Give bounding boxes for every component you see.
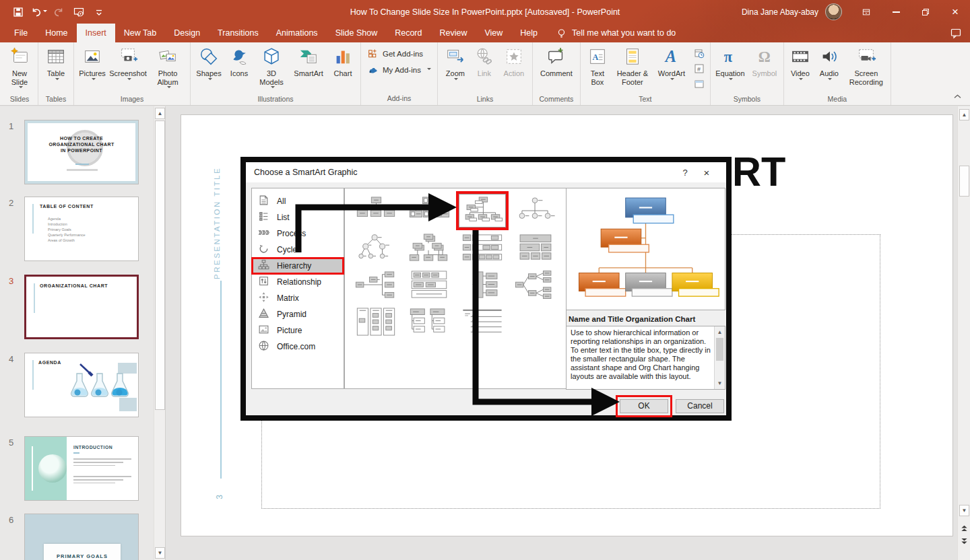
next-slide-button[interactable] <box>959 536 969 547</box>
layout-organization-chart[interactable] <box>352 194 399 228</box>
wordart-button[interactable]: AWordArt <box>653 43 690 94</box>
layout-horizontal-multi-level-hierarchy[interactable] <box>512 268 559 302</box>
layout-paired-hierarchy[interactable] <box>406 305 453 339</box>
category-list[interactable]: List <box>252 209 344 225</box>
scrollbar-thumb[interactable] <box>716 338 723 361</box>
category-hierarchy[interactable]: Hierarchy <box>252 258 344 274</box>
slide-thumbnail-1[interactable]: HOW TO CREATEORGANIZATIONAL CHARTIN POWE… <box>24 120 139 184</box>
tab-home[interactable]: Home <box>36 24 76 42</box>
date-time-button[interactable] <box>692 46 707 60</box>
zoom-button[interactable]: Zoom <box>440 43 471 94</box>
redo-button[interactable] <box>50 4 67 20</box>
category-process[interactable]: Process <box>252 225 344 242</box>
new-slide-button[interactable]: New Slide <box>3 43 36 94</box>
customize-qat-button[interactable] <box>90 4 108 20</box>
layout-circle-picture-hierarchy[interactable] <box>352 231 399 265</box>
category-cycle[interactable]: Cycle <box>252 242 344 258</box>
slide-thumbnail-6[interactable]: PRIMARY GOALS <box>24 514 139 560</box>
undo-button[interactable] <box>30 4 47 20</box>
tab-view[interactable]: View <box>476 24 511 42</box>
equation-button[interactable]: πEquation <box>713 43 748 94</box>
layout-banded-hierarchy[interactable] <box>406 268 453 302</box>
layout-column-hierarchy[interactable] <box>352 305 399 339</box>
save-button[interactable] <box>9 4 27 20</box>
feedback-button[interactable] <box>950 24 962 42</box>
user-avatar[interactable] <box>825 3 842 20</box>
layout-picture-organization-chart[interactable] <box>406 194 453 228</box>
collapse-ribbon-button[interactable] <box>951 92 963 101</box>
slide-thumbnail-4[interactable]: AGENDA <box>24 353 139 417</box>
close-button[interactable]: × <box>940 0 970 24</box>
slide-number-button[interactable]: # <box>692 62 707 75</box>
minimize-button[interactable] <box>881 0 911 24</box>
thumbnail-panel-scrollbar[interactable]: ▲ ▼ <box>154 106 165 560</box>
slide-thumbnail-5[interactable]: INTRODUCTION <box>24 436 139 501</box>
tab-animations[interactable]: Animations <box>267 24 327 42</box>
category-relationship[interactable]: Relationship <box>252 274 344 290</box>
screenshot-button[interactable]: Screenshot <box>108 43 148 94</box>
smartart-button[interactable]: SmartArt <box>290 43 327 94</box>
scroll-up-button[interactable]: ▲ <box>155 108 165 119</box>
tab-review[interactable]: Review <box>430 24 476 42</box>
layout-block-hierarchy[interactable] <box>512 231 559 265</box>
scrollbar-thumb[interactable] <box>155 120 165 410</box>
previous-slide-button[interactable] <box>959 522 969 533</box>
scroll-up-button[interactable]: ▲ <box>715 327 725 337</box>
description-scrollbar[interactable]: ▲ ▼ <box>714 326 725 389</box>
tab-transitions[interactable]: Transitions <box>209 24 267 42</box>
text-box-button[interactable]: AText Box <box>583 43 612 94</box>
restore-button[interactable] <box>911 0 940 24</box>
dialog-close-button[interactable]: × <box>695 167 718 178</box>
scroll-down-button[interactable]: ▼ <box>715 378 725 388</box>
get-add-ins-button[interactable]: Get Add-ins <box>363 46 427 62</box>
layout-horizontal-organization-chart[interactable] <box>352 268 399 302</box>
slide-thumbnail-3[interactable]: ORGANIZATIONAL CHART <box>24 275 139 339</box>
object-button[interactable] <box>692 77 707 91</box>
pictures-button[interactable]: Pictures <box>76 43 108 94</box>
tab-design[interactable]: Design <box>165 24 209 42</box>
category-office-com[interactable]: Office.com <box>252 339 344 355</box>
3d-models-button[interactable]: 3D Models <box>253 43 290 94</box>
tab-insert[interactable]: Insert <box>77 24 115 42</box>
tab-slide-show[interactable]: Slide Show <box>327 24 387 42</box>
layout-titled-bar-hierarchy[interactable] <box>459 268 506 302</box>
my-add-ins-button[interactable]: My Add-ins <box>363 62 435 78</box>
scroll-up-button[interactable]: ▲ <box>959 109 969 120</box>
scroll-down-button[interactable]: ▼ <box>959 505 969 516</box>
tab-file[interactable]: File <box>5 24 36 42</box>
dialog-help-button[interactable]: ? <box>675 168 695 178</box>
header-footer-button[interactable]: Header & Footer <box>612 43 653 94</box>
category-picture[interactable]: Picture <box>252 322 344 339</box>
category-all[interactable]: All <box>252 193 344 209</box>
start-slideshow-button[interactable] <box>70 4 88 20</box>
tab-record[interactable]: Record <box>386 24 430 42</box>
slide-thumbnail-2[interactable]: TABLE OF CONTENTAgendaIntroductionPrimar… <box>24 197 139 261</box>
audio-button[interactable]: Audio <box>814 43 844 94</box>
screen-recording-button[interactable]: Screen Recording <box>844 43 888 94</box>
category-matrix[interactable]: Matrix <box>252 290 344 306</box>
table-button[interactable]: Table <box>40 43 71 94</box>
layout-name-and-title-organization-chart[interactable] <box>459 194 506 228</box>
layout-table-hierarchy[interactable] <box>459 231 506 265</box>
tell-me-box[interactable]: Tell me what you want to do <box>556 24 676 42</box>
video-button[interactable]: Video <box>786 43 814 94</box>
dialog-titlebar[interactable]: Choose a SmartArt Graphic ? × <box>246 162 726 182</box>
comment-button[interactable]: Comment <box>535 43 578 94</box>
cancel-button[interactable]: Cancel <box>676 399 724 413</box>
chart-button[interactable]: Chart <box>327 43 358 94</box>
layout-stacked-hierarchy[interactable] <box>406 231 453 265</box>
icons-button[interactable]: Icons <box>225 43 253 94</box>
tab-help[interactable]: Help <box>511 24 546 42</box>
photo-album-button[interactable]: Photo Album <box>148 43 188 94</box>
ribbon-display-options-button[interactable] <box>851 0 881 24</box>
button-label: Equation <box>715 69 744 78</box>
tab-new-tab[interactable]: New Tab <box>115 24 165 42</box>
canvas-scrollbar[interactable]: ▲ ▼ <box>957 106 970 560</box>
shapes-button[interactable]: Shapes <box>193 43 225 94</box>
category-pyramid[interactable]: Pyramid <box>252 306 344 322</box>
scroll-down-button[interactable]: ▼ <box>155 547 165 559</box>
ok-button[interactable]: OK <box>620 399 668 413</box>
layout-half-circle-organization-chart[interactable] <box>512 194 559 228</box>
scrollbar-thumb[interactable] <box>959 166 969 197</box>
layout-lined-list[interactable] <box>459 305 506 339</box>
